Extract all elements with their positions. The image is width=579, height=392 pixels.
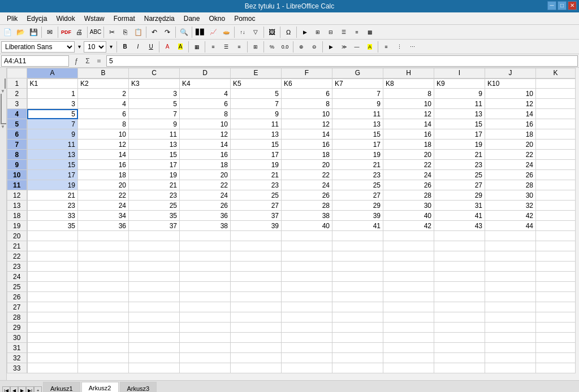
cell-18-5[interactable]: 38 <box>282 211 332 221</box>
cell-33-6[interactable] <box>332 363 383 373</box>
cell-5-8[interactable]: 15 <box>434 119 485 129</box>
cell-3-1[interactable]: 4 <box>78 99 129 109</box>
cell-7-7[interactable]: 18 <box>383 140 434 150</box>
cell-2-1[interactable]: 2 <box>78 89 129 99</box>
cell-24-2[interactable] <box>129 272 180 282</box>
menu-widok[interactable]: Widok <box>51 13 79 24</box>
cond-format-button[interactable]: ≫ <box>338 41 350 53</box>
cell-13-8[interactable]: 31 <box>434 201 485 211</box>
cell-19-0[interactable]: 35 <box>27 221 78 231</box>
cell-19-3[interactable]: 38 <box>180 221 231 231</box>
cell-4-3[interactable]: 8 <box>180 109 231 119</box>
cell-23-2[interactable] <box>129 262 180 272</box>
cell-18-6[interactable]: 39 <box>332 211 383 221</box>
cell-11-6[interactable]: 25 <box>332 180 383 190</box>
cell-4-0[interactable]: 5 <box>27 109 78 119</box>
cell-33-5[interactable] <box>282 363 332 373</box>
cell-4-2[interactable]: 7 <box>129 109 180 119</box>
cell-26-8[interactable] <box>434 292 485 302</box>
cell-20-4[interactable] <box>231 231 282 241</box>
sheet-tab-arkusz2[interactable]: Arkusz2 <box>81 382 119 392</box>
row-number-3[interactable]: 3 <box>7 99 27 109</box>
col-header-F[interactable]: F <box>282 68 332 79</box>
cell-5-7[interactable]: 14 <box>383 119 434 129</box>
cell-1-9[interactable]: K10 <box>485 79 536 89</box>
cell-25-7[interactable] <box>383 282 434 292</box>
save-button[interactable]: 💾 <box>27 26 40 38</box>
merge-button[interactable]: ⊞ <box>249 41 262 53</box>
cell-21-10[interactable] <box>536 241 576 251</box>
cell-5-6[interactable]: 13 <box>332 119 383 129</box>
cell-26-5[interactable] <box>282 292 332 302</box>
cell-5-2[interactable]: 9 <box>129 119 180 129</box>
row-number-27[interactable]: 27 <box>7 302 27 312</box>
cell-24-10[interactable] <box>536 272 576 282</box>
cell-23-1[interactable] <box>78 262 129 272</box>
cell-32-7[interactable] <box>383 353 434 363</box>
cell-8-3[interactable]: 16 <box>180 150 231 160</box>
cell-18-2[interactable]: 35 <box>129 211 180 221</box>
cell-12-8[interactable]: 29 <box>434 190 485 201</box>
cell-8-6[interactable]: 19 <box>332 150 383 160</box>
cell-18-1[interactable]: 34 <box>78 211 129 221</box>
more3-button[interactable]: ☰ <box>338 26 350 38</box>
cell-12-7[interactable]: 28 <box>383 190 434 201</box>
row-number-7[interactable]: 7 <box>7 140 27 150</box>
cell-27-2[interactable] <box>129 302 180 312</box>
cell-1-4[interactable]: K5 <box>231 79 282 89</box>
cell-28-2[interactable] <box>129 312 180 323</box>
row-number-18[interactable]: 18 <box>7 211 27 221</box>
cell-29-7[interactable] <box>383 323 434 333</box>
col-header-I[interactable]: I <box>434 68 485 79</box>
cell-5-5[interactable]: 12 <box>282 119 332 129</box>
cell-13-1[interactable]: 24 <box>78 201 129 211</box>
row-number-12[interactable]: 12 <box>7 190 27 201</box>
cell-11-1[interactable]: 20 <box>78 180 129 190</box>
cell-13-7[interactable]: 30 <box>383 201 434 211</box>
menu-pomoc[interactable]: Pomoc <box>230 13 260 24</box>
cell-10-9[interactable]: 26 <box>485 170 536 180</box>
cell-27-5[interactable] <box>282 302 332 312</box>
cell-24-3[interactable] <box>180 272 231 282</box>
cell-27-6[interactable] <box>332 302 383 312</box>
menu-dane[interactable]: Dane <box>179 13 205 24</box>
row-number-19[interactable]: 19 <box>7 221 27 231</box>
cell-19-7[interactable]: 42 <box>383 221 434 231</box>
cell-22-9[interactable] <box>485 251 536 262</box>
cell-10-6[interactable]: 23 <box>332 170 383 180</box>
font-size-selector[interactable]: 10 <box>84 41 106 53</box>
cell-5-1[interactable]: 8 <box>78 119 129 129</box>
cell-11-9[interactable]: 28 <box>485 180 536 190</box>
cell-31-0[interactable] <box>27 343 78 353</box>
cell-8-10[interactable] <box>536 150 576 160</box>
cell-21-9[interactable] <box>485 241 536 251</box>
cell-28-10[interactable] <box>536 312 576 323</box>
cell-12-4[interactable]: 25 <box>231 190 282 201</box>
col-header-C[interactable]: C <box>129 68 180 79</box>
font-size-dropdown[interactable]: ▾ <box>107 41 115 53</box>
cell-32-1[interactable] <box>78 353 129 363</box>
menu-edycja[interactable]: Edycja <box>22 13 51 24</box>
cell-33-0[interactable] <box>27 363 78 373</box>
sheet-tab-arkusz1[interactable]: Arkusz1 <box>43 382 80 392</box>
cell-31-9[interactable] <box>485 343 536 353</box>
cell-10-1[interactable]: 18 <box>78 170 129 180</box>
cell-27-10[interactable] <box>536 302 576 312</box>
borders-button[interactable]: ▦ <box>191 41 203 53</box>
cell-3-10[interactable] <box>536 99 576 109</box>
cell-25-0[interactable] <box>27 282 78 292</box>
cell-1-6[interactable]: K7 <box>332 79 383 89</box>
cell-27-3[interactable] <box>180 302 231 312</box>
cell-22-0[interactable] <box>27 251 78 262</box>
cell-30-6[interactable] <box>332 333 383 343</box>
cell-24-7[interactable] <box>383 272 434 282</box>
sheet-tab-arkusz3[interactable]: Arkusz3 <box>120 382 157 392</box>
bold-button[interactable]: B <box>119 41 131 53</box>
cell-24-6[interactable] <box>332 272 383 282</box>
cell-3-0[interactable]: 3 <box>27 99 78 109</box>
cell-3-3[interactable]: 6 <box>180 99 231 109</box>
cell-6-9[interactable]: 18 <box>485 129 536 140</box>
cell-32-4[interactable] <box>231 353 282 363</box>
chart-line-button[interactable]: 📈 <box>207 26 219 38</box>
redo-button[interactable]: ↷ <box>161 26 174 38</box>
